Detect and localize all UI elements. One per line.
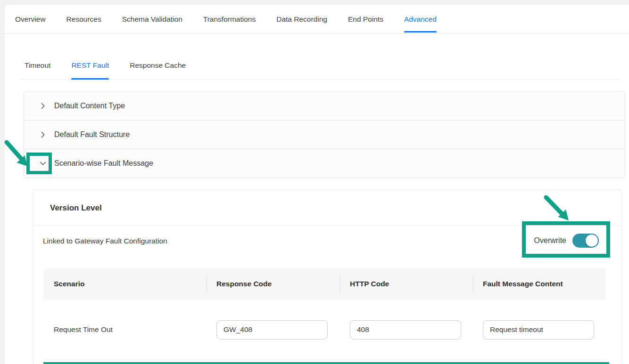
accordion-item-label: Scenario-wise Fault Message: [54, 159, 153, 168]
accordion-item-default-fault-structure[interactable]: Default Fault Structure: [24, 120, 625, 149]
subtab-timeout[interactable]: Timeout: [25, 51, 50, 80]
tab-schema-validation[interactable]: Schema Validation: [122, 5, 182, 33]
tab-overview[interactable]: Overview: [15, 5, 46, 33]
column-header-response-code: Response Code: [207, 268, 340, 299]
scenario-name: Request Time Out: [54, 325, 113, 334]
subtab-response-cache[interactable]: Response Cache: [130, 51, 186, 80]
chevron-right-icon: [38, 130, 48, 139]
fault-scenario-table: Scenario Response Code HTTP Code Fault M…: [44, 268, 605, 360]
chevron-down-icon: [38, 159, 48, 168]
column-header-http-code: HTTP Code: [340, 268, 473, 299]
response-code-input[interactable]: [216, 320, 328, 340]
accordion-item-label: Default Content Type: [54, 102, 125, 110]
table-header-row: Scenario Response Code HTTP Code Fault M…: [44, 268, 605, 299]
column-header-fault-message-content: Fault Message Content: [473, 268, 605, 299]
panel-title: Version Level: [50, 203, 102, 213]
linked-gateway-label: Linked to Gateway Fault Configuration: [43, 237, 167, 245]
accordion-item-scenario-wise-fault-message[interactable]: Scenario-wise Fault Message: [24, 149, 625, 178]
rest-fault-accordion: Default Content Type Default Fault Struc…: [24, 91, 625, 178]
accordion-item-default-content-type[interactable]: Default Content Type: [24, 91, 625, 120]
tab-data-recording[interactable]: Data Recording: [276, 5, 327, 33]
fault-message-input[interactable]: [483, 320, 594, 340]
toggle-knob: [586, 235, 598, 247]
tab-transformations[interactable]: Transformations: [203, 5, 256, 33]
tab-resources[interactable]: Resources: [66, 5, 101, 33]
overwrite-toggle[interactable]: [572, 234, 599, 248]
http-code-input[interactable]: [350, 320, 461, 340]
column-header-scenario: Scenario: [44, 268, 207, 299]
content-card: Overview Resources Schema Validation Tra…: [5, 5, 629, 364]
chevron-right-icon: [38, 101, 48, 111]
overwrite-label: Overwrite: [534, 236, 566, 245]
overwrite-group: Overwrite: [534, 234, 599, 248]
accordion-item-label: Default Fault Structure: [54, 130, 130, 139]
tab-end-points[interactable]: End Points: [348, 5, 383, 33]
tab-advanced[interactable]: Advanced: [404, 5, 437, 33]
subtab-rest-fault[interactable]: REST Fault: [71, 51, 109, 80]
main-tab-bar: Overview Resources Schema Validation Tra…: [5, 5, 629, 34]
scenario-fault-panel: Version Level Linked to Gateway Fault Co…: [33, 190, 622, 364]
advanced-sub-tab-bar: Timeout REST Fault Response Cache: [5, 51, 629, 80]
divider: [33, 226, 622, 226]
table-row: Request Time Out: [44, 299, 605, 360]
